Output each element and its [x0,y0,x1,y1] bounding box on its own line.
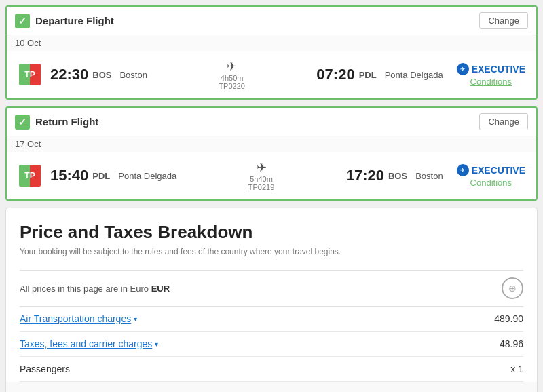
departure-duration: 4h50m [221,74,244,82]
departure-arrive-time: 07:20 [316,66,354,83]
currency-label-text: All prices in this page are in Euro [20,283,149,294]
departure-arrive-airport: PDL [359,70,377,80]
return-arrive-airport: BOS [388,171,407,181]
return-depart-time: 15:40 [50,167,88,184]
return-arrive-city: Boston [415,171,443,181]
departure-flight-middle: ✈ 4h50m TP0220 [147,59,316,90]
executive-icon-return [457,164,469,176]
return-cabin-class: EXECUTIVE [472,165,525,176]
departure-change-button[interactable]: Change [479,12,528,29]
departure-arrive-city: Ponta Delgada [385,70,443,80]
return-check-icon [15,115,30,130]
return-arrive-time: 17:20 [346,167,384,184]
return-time-block: 15:40 PDL Ponta Delgada [50,167,176,184]
total-price-row: Total Price 538.86 [6,382,537,392]
return-header-left: Return Flight [15,115,98,130]
currency-label: All prices in this page are in Euro EUR [20,283,170,294]
taxes-chevron-icon: ▾ [155,340,158,348]
return-arrival-block: 17:20 BOS Boston [346,167,443,184]
departure-cabin-class: EXECUTIVE [472,64,525,75]
return-flight-title: Return Flight [35,116,98,128]
departure-executive-label: EXECUTIVE [457,63,525,75]
plane-icon-return: ✈ [257,160,267,175]
departure-flight-header: Departure Flight Change [7,7,536,35]
return-executive-label: EXECUTIVE [457,164,525,176]
departure-date: 10 Oct [7,35,536,51]
return-flight-card: Return Flight Change 17 Oct TP 15:40 PDL… [5,106,538,201]
return-date: 17 Oct [7,136,536,152]
air-transport-row: Air Transportation charges ▾ 489.90 [20,307,523,332]
air-transport-value: 489.90 [494,313,523,324]
departure-header-left: Departure Flight [15,14,114,28]
airline-logo-departure: TP [18,62,42,87]
tp-logo-return: TP [19,165,41,187]
taxes-value: 48.96 [500,338,523,349]
departure-conditions-link[interactable]: Conditions [470,77,512,87]
departure-arrival-block: 07:20 PDL Ponta Delgada [316,66,443,83]
air-transport-label-block: Air Transportation charges ▾ [20,313,137,324]
return-flight-number[interactable]: TP0219 [248,183,275,191]
return-depart-city: Ponta Delgada [118,171,176,181]
departure-flight-card: Departure Flight Change 10 Oct TP 22:30 … [5,5,538,100]
taxes-link[interactable]: Taxes, fees and carrier charges [20,338,152,349]
currency-code: EUR [151,283,170,294]
currency-info-icon[interactable]: ⊕ [502,277,523,299]
return-executive-block: EXECUTIVE Conditions [457,164,525,188]
price-breakdown-title: Price and Taxes Breakdown [20,222,523,243]
return-change-button[interactable]: Change [479,113,528,130]
departure-flight-title: Departure Flight [35,15,114,26]
tp-logo-departure: TP [19,64,41,85]
departure-details: TP 22:30 BOS Boston ✈ 4h50m TP0220 07:20… [7,51,536,98]
executive-icon-departure [457,63,469,75]
plane-icon-departure: ✈ [227,59,237,74]
taxes-row: Taxes, fees and carrier charges ▾ 48.96 [20,332,523,357]
departure-depart-city: Boston [119,70,147,80]
departure-flight-number[interactable]: TP0220 [219,82,245,90]
departure-depart-airport: BOS [92,70,111,80]
price-breakdown-section: Price and Taxes Breakdown Your booking w… [5,208,538,392]
passengers-count: x 1 [510,364,523,374]
air-transport-chevron-icon: ▾ [134,315,137,323]
departure-time-block: 22:30 BOS Boston [50,66,147,83]
taxes-label-block: Taxes, fees and carrier charges ▾ [20,338,158,349]
airline-logo-return: TP [18,163,42,188]
return-conditions-link[interactable]: Conditions [470,178,512,188]
return-flight-header: Return Flight Change [7,108,536,136]
currency-bar: All prices in this page are in Euro EUR … [20,270,523,307]
return-flight-middle: ✈ 5h40m TP0219 [176,160,345,191]
departure-depart-time: 22:30 [50,66,88,83]
price-breakdown-subtitle: Your booking will be subject to the rule… [20,247,523,256]
departure-executive-block: EXECUTIVE Conditions [457,63,525,87]
return-duration: 5h40m [250,175,273,183]
return-depart-airport: PDL [92,171,110,181]
return-details: TP 15:40 PDL Ponta Delgada ✈ 5h40m TP021… [7,152,536,199]
departure-check-icon [15,14,30,28]
air-transport-link[interactable]: Air Transportation charges [20,313,131,324]
passengers-label: Passengers [20,364,70,374]
passengers-row: Passengers x 1 [20,357,523,382]
